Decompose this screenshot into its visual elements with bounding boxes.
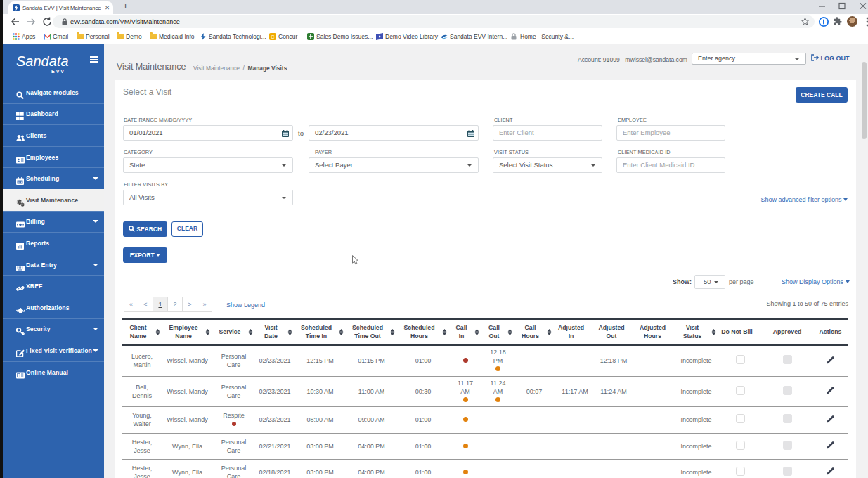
svg-text:C: C bbox=[271, 33, 275, 39]
